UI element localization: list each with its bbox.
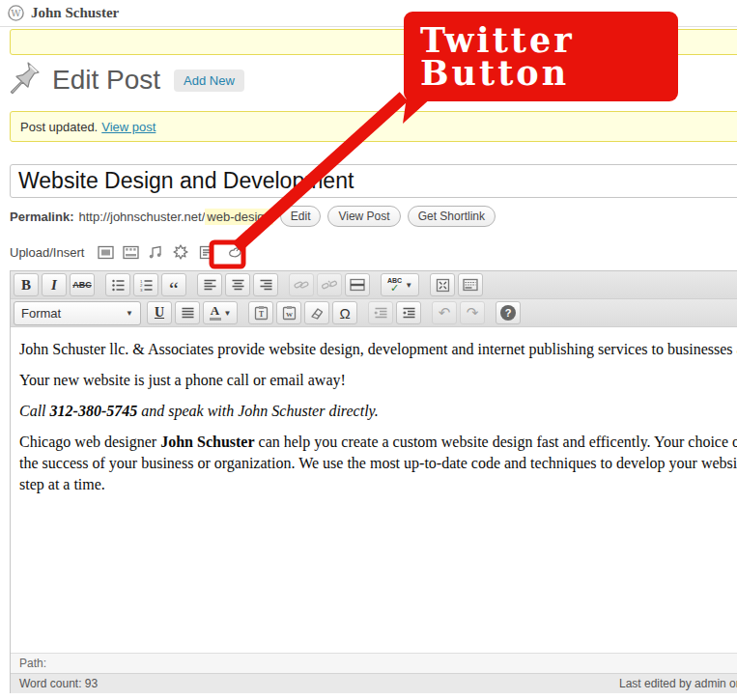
indent-icon bbox=[402, 306, 416, 321]
align-right-button[interactable] bbox=[253, 273, 278, 296]
wordpress-logo-icon: W bbox=[8, 5, 24, 21]
bullet-list-icon bbox=[111, 278, 126, 293]
callout-line1: Twitter bbox=[420, 24, 678, 57]
underline-button[interactable]: U bbox=[147, 301, 172, 324]
page-title: Edit Post bbox=[52, 65, 160, 96]
svg-text:W: W bbox=[11, 8, 21, 18]
permalink-row: Permalink: http://johnschuster.net/web-d… bbox=[10, 206, 496, 227]
editor-line: Chicago web designer John Schuster can h… bbox=[19, 432, 737, 453]
kitchen-sink-icon bbox=[463, 278, 478, 292]
numbered-list-icon: 1 2 3 bbox=[139, 278, 154, 293]
bullet-list-button[interactable] bbox=[105, 273, 130, 296]
svg-text:3: 3 bbox=[140, 288, 143, 293]
unlink-icon bbox=[322, 278, 337, 292]
align-left-button[interactable] bbox=[197, 273, 222, 296]
italic-glyph: I bbox=[51, 277, 57, 294]
eraser-icon bbox=[309, 306, 325, 320]
spellcheck-icon: ABC ✓ bbox=[387, 277, 402, 293]
chevron-down-icon: ▼ bbox=[126, 309, 133, 318]
add-poll-icon[interactable] bbox=[197, 243, 214, 261]
justify-button[interactable] bbox=[175, 301, 200, 324]
redo-icon: ↷ bbox=[467, 304, 479, 322]
editor-line: step at a time. bbox=[19, 474, 737, 495]
special-character-button[interactable]: Ω bbox=[332, 301, 357, 324]
edit-permalink-button[interactable]: Edit bbox=[280, 206, 322, 227]
indent-button[interactable] bbox=[396, 301, 421, 324]
upload-insert-row: Upload/Insert bbox=[10, 243, 253, 261]
add-image-icon[interactable] bbox=[97, 243, 114, 261]
permalink-label: Permalink: bbox=[10, 210, 73, 224]
redo-button[interactable]: ↷ bbox=[460, 301, 485, 324]
callout-line2: Button bbox=[420, 57, 678, 90]
unlink-button[interactable] bbox=[317, 273, 342, 296]
fullscreen-icon bbox=[436, 278, 450, 293]
twitter-icon[interactable] bbox=[228, 243, 245, 261]
paste-word-icon: W bbox=[282, 305, 297, 321]
permalink-url: http://johnschuster.net/ bbox=[78, 210, 205, 224]
word-count: Word count: 93 bbox=[19, 677, 98, 690]
view-post-link[interactable]: View post bbox=[101, 120, 156, 134]
get-shortlink-button[interactable]: Get Shortlink bbox=[408, 206, 496, 227]
add-video-icon[interactable] bbox=[122, 243, 139, 261]
svg-text:T: T bbox=[258, 310, 263, 319]
numbered-list-button[interactable]: 1 2 3 bbox=[133, 273, 158, 296]
paste-word-button[interactable]: W bbox=[276, 301, 301, 324]
post-editor: B I ABC 1 2 3 “ bbox=[10, 270, 737, 693]
text-color-button[interactable]: A ▼ bbox=[203, 301, 238, 324]
bold-button[interactable]: B bbox=[14, 273, 39, 296]
align-left-icon bbox=[203, 278, 217, 293]
italic-button[interactable]: I bbox=[42, 273, 67, 296]
add-new-button[interactable]: Add New bbox=[174, 70, 244, 92]
editor-status-bar: Word count: 93 Last edited by admin on bbox=[11, 673, 737, 693]
more-tag-icon bbox=[350, 278, 365, 292]
editor-line: the success of your business or organiza… bbox=[19, 453, 737, 474]
undo-icon: ↶ bbox=[439, 304, 451, 322]
format-select[interactable]: Format ▼ bbox=[14, 301, 141, 325]
bold-glyph: B bbox=[21, 277, 31, 294]
spellcheck-button[interactable]: ABC ✓ ▼ bbox=[381, 273, 419, 296]
editor-content[interactable]: John Schuster llc. & Associates provide … bbox=[11, 327, 737, 653]
blockquote-button[interactable]: “ bbox=[161, 273, 186, 296]
outdent-icon bbox=[374, 306, 388, 321]
blockquote-glyph: “ bbox=[169, 276, 179, 294]
add-media-icon[interactable] bbox=[172, 243, 189, 261]
post-updated-notice: Post updated. View post bbox=[10, 111, 737, 142]
align-right-icon bbox=[259, 278, 273, 293]
view-post-button[interactable]: View Post bbox=[327, 206, 400, 227]
last-edited-text: Last edited by admin on bbox=[619, 677, 737, 690]
kitchen-sink-button[interactable] bbox=[458, 273, 483, 296]
post-title-input[interactable] bbox=[10, 164, 737, 198]
link-icon bbox=[294, 278, 309, 292]
remove-formatting-button[interactable] bbox=[304, 301, 329, 324]
fullscreen-button[interactable] bbox=[430, 273, 455, 296]
path-label: Path: bbox=[19, 657, 46, 670]
omega-glyph: Ω bbox=[339, 305, 350, 322]
align-center-icon bbox=[231, 278, 245, 293]
pushpin-icon bbox=[8, 60, 43, 100]
site-name[interactable]: John Schuster bbox=[31, 5, 119, 21]
editor-line: Your new website is just a phone call or… bbox=[19, 370, 737, 391]
outdent-button[interactable] bbox=[368, 301, 393, 324]
strikethrough-glyph: ABC bbox=[72, 280, 92, 290]
paste-text-button[interactable]: T bbox=[248, 301, 273, 324]
link-button[interactable] bbox=[289, 273, 314, 296]
chevron-down-icon: ▼ bbox=[224, 309, 232, 318]
editor-path-bar: Path: bbox=[11, 653, 737, 673]
svg-text:W: W bbox=[286, 311, 293, 319]
upload-insert-label: Upload/Insert bbox=[10, 245, 84, 260]
add-audio-icon[interactable] bbox=[147, 243, 164, 261]
notice-text: Post updated. bbox=[20, 120, 98, 134]
format-select-value: Format bbox=[21, 306, 61, 321]
help-button[interactable]: ? bbox=[496, 301, 521, 324]
underline-glyph: U bbox=[155, 305, 164, 321]
editor-toolbar-row1: B I ABC 1 2 3 “ bbox=[11, 271, 737, 299]
editor-toolbar-row2: Format ▼ U A ▼ T bbox=[11, 299, 737, 327]
twitter-button-callout: Twitter Button bbox=[404, 12, 678, 101]
align-center-button[interactable] bbox=[225, 273, 250, 296]
strikethrough-button[interactable]: ABC bbox=[70, 273, 95, 296]
editor-line: Call 312-380-5745 and speak with John Sc… bbox=[19, 401, 737, 422]
undo-button[interactable]: ↶ bbox=[432, 301, 457, 324]
permalink-slug[interactable]: web-design bbox=[205, 209, 273, 225]
editor-line: John Schuster llc. & Associates provide … bbox=[19, 339, 737, 360]
more-tag-button[interactable] bbox=[345, 273, 370, 296]
